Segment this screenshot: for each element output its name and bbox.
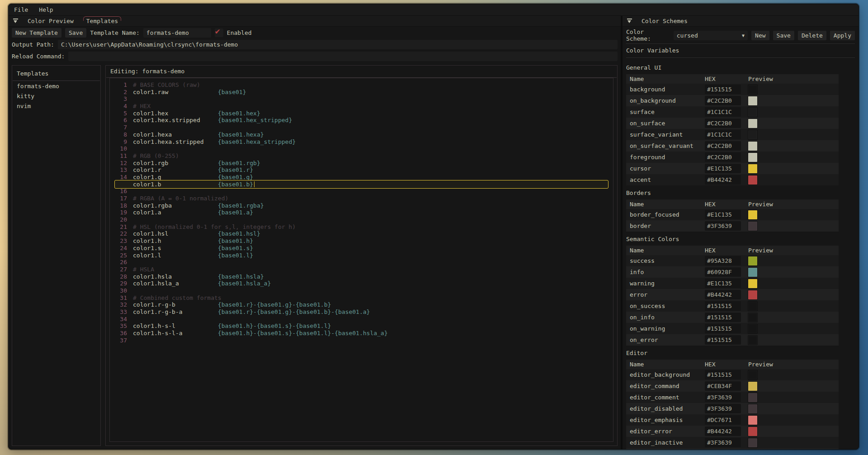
editor-line[interactable]: 31# Combined custom formats: [112, 294, 611, 302]
editor-line[interactable]: 27# HSLA: [112, 266, 611, 273]
hex-input[interactable]: #3F3639: [705, 438, 741, 447]
color-swatch[interactable]: [748, 222, 757, 231]
editor-line[interactable]: 25color1.l {base01.l}: [112, 252, 611, 259]
color-swatch[interactable]: [748, 119, 757, 128]
color-swatch[interactable]: [748, 85, 757, 94]
color-swatch[interactable]: [748, 153, 757, 162]
editor-line[interactable]: 22color1.hsl {base01.hsl}: [112, 230, 611, 237]
hex-input[interactable]: #1C1C1C: [705, 130, 741, 139]
color-swatch[interactable]: [748, 290, 757, 299]
editor-line[interactable]: 36color1.h-s-l-a {base01.h}-{base01.s}-{…: [112, 330, 611, 337]
editor-line[interactable]: 19color1.a {base01.a}: [112, 209, 611, 216]
menu-item-help[interactable]: Help: [39, 6, 53, 13]
editor-line[interactable]: 5color1.hex {base01.hex}: [112, 110, 611, 117]
menu-item-file[interactable]: File: [14, 6, 28, 13]
editor-line[interactable]: 37: [112, 337, 611, 344]
editor-line[interactable]: 4# HEX: [112, 103, 611, 110]
color-swatch[interactable]: [748, 108, 757, 117]
template-code-editor[interactable]: 1# BASE COLORS (raw)2color1.raw {base01}…: [109, 78, 613, 442]
new-template-button[interactable]: New Template: [12, 28, 61, 38]
section-header-editor[interactable]: Editor: [626, 349, 839, 358]
editor-line[interactable]: 7: [112, 124, 611, 131]
color-swatch[interactable]: [748, 96, 757, 105]
color-swatch[interactable]: [748, 256, 757, 265]
hex-input[interactable]: #C2C2B0: [705, 118, 741, 128]
color-swatch[interactable]: [748, 164, 757, 173]
color-swatch[interactable]: [748, 313, 757, 322]
template-name-input[interactable]: formats-demo: [143, 28, 211, 38]
reload-command-input[interactable]: [68, 52, 618, 61]
hex-input[interactable]: #3F3639: [705, 393, 741, 402]
hex-input[interactable]: #151515: [705, 301, 741, 311]
editor-line[interactable]: 18color1.rgba {base01.rgba}: [112, 202, 611, 209]
hex-input[interactable]: #1C1C1C: [705, 107, 741, 117]
editor-line[interactable]: 34: [112, 316, 611, 323]
editor-active-line[interactable]: color1.b {base01.b}: [112, 181, 611, 188]
color-swatch[interactable]: [748, 279, 757, 288]
editor-line[interactable]: 23color1.h {base01.h}: [112, 237, 611, 245]
hex-input[interactable]: #E1C135: [705, 210, 741, 219]
color-scheme-combo[interactable]: cursed ▼: [674, 31, 748, 40]
editor-line[interactable]: 3: [112, 95, 611, 103]
color-swatch[interactable]: [748, 438, 757, 447]
color-swatch[interactable]: [748, 336, 757, 345]
hex-input[interactable]: #B44242: [705, 290, 741, 299]
editor-line[interactable]: 33color1.r-g-b-a {base01.r}-{base01.g}-{…: [112, 308, 611, 316]
hex-input[interactable]: #3F3639: [705, 404, 741, 413]
color-swatch[interactable]: [748, 416, 757, 425]
hex-input[interactable]: #151515: [705, 313, 741, 322]
editor-line[interactable]: 35color1.h-s-l {base01.h}-{base01.s}-{ba…: [112, 322, 611, 330]
hex-input[interactable]: #95A328: [705, 256, 741, 265]
editor-line[interactable]: 1# BASE COLORS (raw): [112, 81, 611, 89]
color-swatch[interactable]: [748, 370, 757, 379]
editor-line[interactable]: 32color1.r-g-b {base01.r}-{base01.g}-{ba…: [112, 301, 611, 308]
tab-color-preview[interactable]: Color Preview: [24, 16, 77, 26]
hex-input[interactable]: #3F3639: [705, 221, 741, 231]
editor-line[interactable]: 26: [112, 259, 611, 266]
collapse-arrow-icon[interactable]: [13, 19, 18, 24]
editor-line[interactable]: 29color1.hsla_a {base01.hsla_a}: [112, 280, 611, 287]
color-swatch[interactable]: [748, 324, 757, 333]
editor-line[interactable]: 12color1.rgb {base01.rgb}: [112, 160, 611, 167]
editor-line[interactable]: 9color1.hexa.stripped {base01.hexa_strip…: [112, 138, 611, 146]
hex-input[interactable]: #C2C2B0: [705, 152, 741, 162]
hex-input[interactable]: #E1C135: [705, 279, 741, 288]
apply-scheme-button[interactable]: Apply: [830, 31, 855, 40]
template-list-item-kitty[interactable]: kitty: [12, 91, 100, 101]
hex-input[interactable]: #B44242: [705, 427, 741, 436]
hex-input[interactable]: #151515: [705, 85, 741, 94]
editor-line[interactable]: 20: [112, 216, 611, 223]
hex-input[interactable]: #C2C2B0: [705, 141, 741, 151]
color-swatch[interactable]: [748, 268, 757, 277]
collapse-arrow-icon[interactable]: [627, 19, 632, 24]
hex-input[interactable]: #DC7671: [705, 415, 741, 425]
hex-input[interactable]: #151515: [705, 335, 741, 345]
hex-input[interactable]: #C2C2B0: [705, 96, 741, 105]
editor-line[interactable]: 10: [112, 145, 611, 152]
hex-input[interactable]: #E1C135: [705, 164, 741, 173]
hex-input[interactable]: #60928F: [705, 267, 741, 277]
section-header-semantic-colors[interactable]: Semantic Colors: [626, 235, 839, 244]
editor-line[interactable]: 28color1.hsla {base01.hsla}: [112, 273, 611, 280]
delete-scheme-button[interactable]: Delete: [798, 31, 826, 40]
template-list-item-nvim[interactable]: nvim: [12, 101, 100, 111]
color-swatch[interactable]: [748, 210, 757, 219]
template-list-item-formats-demo[interactable]: formats-demo: [12, 81, 100, 91]
editor-line[interactable]: 21# HSL (normalized 0-1 for s,l, integer…: [112, 223, 611, 231]
tab-templates[interactable]: Templates: [83, 16, 121, 26]
editor-line[interactable]: 30: [112, 287, 611, 294]
editor-line[interactable]: 24color1.s {base01.s}: [112, 245, 611, 252]
color-swatch[interactable]: [748, 393, 757, 402]
new-scheme-button[interactable]: New: [751, 31, 769, 40]
save-scheme-button[interactable]: Save: [773, 31, 794, 40]
section-header-borders[interactable]: Borders: [626, 189, 839, 198]
editor-line[interactable]: 2color1.raw {base01}: [112, 89, 611, 96]
output-path-input[interactable]: C:\Users\user\AppData\Roaming\clrsync\fo…: [58, 40, 618, 49]
hex-input[interactable]: #151515: [705, 324, 741, 333]
color-swatch[interactable]: [748, 382, 757, 391]
color-swatch[interactable]: [748, 130, 757, 139]
editor-line[interactable]: 13color1.r {base01.r}: [112, 166, 611, 174]
color-swatch[interactable]: [748, 302, 757, 311]
section-header-general-ui[interactable]: General UI: [626, 63, 839, 72]
color-swatch[interactable]: [748, 175, 757, 185]
